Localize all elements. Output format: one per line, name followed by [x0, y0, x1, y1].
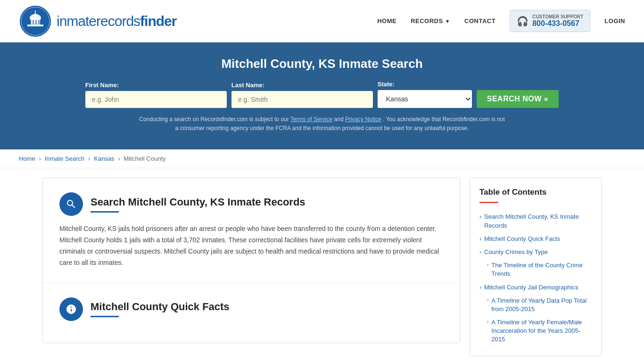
toc-link-6: A Timeline of Yearly Female/Male Incarce…	[491, 318, 592, 344]
section1-title-wrap: Search Mitchell County, KS Inmate Record…	[91, 196, 305, 213]
nav-login[interactable]: LOGIN	[604, 17, 625, 25]
terms-of-service-link[interactable]: Terms of Service	[290, 116, 332, 123]
state-label: State:	[378, 81, 395, 88]
svg-rect-5	[30, 20, 31, 25]
breadcrumb-current: Mitchell County	[124, 155, 166, 162]
section1-header: Search Mitchell County, KS Inmate Record…	[59, 192, 443, 216]
chevron-down-icon: ▼	[445, 18, 450, 24]
info-icon	[66, 304, 77, 315]
nav-home[interactable]: HOME	[377, 17, 396, 25]
section2-title: Mitchell County Quick Facts	[91, 301, 230, 313]
svg-point-9	[33, 14, 38, 16]
hero-section: Mitchell County, KS Inmate Search First …	[0, 42, 644, 149]
support-label: CUSTOMER SUPPORT	[532, 14, 583, 19]
first-name-group: First Name:	[85, 82, 227, 108]
headset-icon: 🎧	[517, 16, 528, 27]
first-name-input[interactable]	[85, 91, 227, 108]
svg-rect-8	[38, 20, 40, 25]
toc-link-0: Search Mitchell County, KS Inmate Record…	[484, 213, 592, 230]
logo-text: inmaterecordsfinder	[57, 13, 176, 29]
customer-support-box: 🎧 CUSTOMER SUPPORT 800-433-0567	[510, 10, 590, 32]
logo[interactable]: inmaterecordsfinder	[19, 5, 176, 38]
disclaimer-text: Conducting a search on Recordsfinder.com…	[138, 115, 506, 133]
svg-rect-7	[35, 20, 37, 25]
toc-link-3: The Timeline of the County Crime Trends	[491, 261, 592, 278]
logo-normal-text: inmaterecords	[57, 13, 140, 29]
toc-chevron-6: ›	[487, 319, 488, 324]
sidebar: Table of Contents › Search Mitchell Coun…	[470, 178, 602, 356]
breadcrumb-sep-2: ›	[88, 156, 90, 162]
section1-title: Search Mitchell County, KS Inmate Record…	[91, 196, 305, 208]
toc-link-2: County Crimes by Type	[484, 248, 548, 256]
content-section-quickfacts: Mitchell County Quick Facts	[43, 283, 460, 343]
toc-item-5[interactable]: › A Timeline of Yearly Data Pop Total fr…	[479, 294, 592, 316]
toc-item-6[interactable]: › A Timeline of Yearly Female/Male Incar…	[479, 316, 592, 346]
toc-list: › Search Mitchell County, KS Inmate Reco…	[479, 210, 592, 346]
search-icon-circle	[59, 192, 83, 216]
toc-item-0[interactable]: › Search Mitchell County, KS Inmate Reco…	[479, 210, 592, 232]
info-icon-circle	[59, 297, 83, 321]
section2-underline	[91, 316, 119, 317]
content-section-search: Search Mitchell County, KS Inmate Record…	[43, 178, 460, 283]
nav-records-label: RECORDS	[411, 17, 443, 25]
site-header: inmaterecordsfinder HOME RECORDS ▼ CONTA…	[0, 0, 644, 42]
section2-header: Mitchell County Quick Facts	[59, 297, 443, 321]
toc-title: Table of Contents	[479, 188, 592, 197]
last-name-label: Last Name:	[231, 82, 264, 89]
logo-icon	[19, 5, 52, 38]
breadcrumb: Home › Inmate Search › Kansas › Mitchell…	[0, 149, 644, 168]
toc-chevron-1: ›	[479, 236, 481, 242]
toc-chevron-3: ›	[487, 262, 488, 267]
toc-chevron-4: ›	[479, 284, 481, 291]
toc-underline	[479, 202, 498, 203]
section1-underline	[91, 211, 119, 213]
toc-chevron-2: ›	[479, 249, 481, 255]
breadcrumb-kansas[interactable]: Kansas	[94, 155, 114, 162]
main-container: Search Mitchell County, KS Inmate Record…	[24, 178, 620, 356]
toc-item-3[interactable]: › The Timeline of the County Crime Trend…	[479, 259, 592, 280]
last-name-input[interactable]	[231, 91, 373, 108]
last-name-group: Last Name:	[231, 82, 373, 108]
svg-rect-6	[33, 20, 34, 25]
toc-chevron-5: ›	[487, 297, 488, 303]
breadcrumb-sep-1: ›	[39, 156, 41, 162]
search-form: First Name: Last Name: State: Kansas SEA…	[19, 81, 625, 108]
section1-body: Mitchell County, KS jails hold prisoners…	[59, 223, 443, 268]
logo-bold-text: finder	[140, 13, 176, 29]
toc-chevron-0: ›	[479, 214, 481, 220]
toc-item-4[interactable]: › Mitchell County Jail Demographics	[479, 281, 592, 294]
section2-title-wrap: Mitchell County Quick Facts	[91, 301, 230, 317]
breadcrumb-sep-3: ›	[118, 156, 120, 162]
toc-item-2[interactable]: › County Crimes by Type	[479, 246, 592, 259]
nav-contact[interactable]: CONTACT	[464, 17, 495, 25]
breadcrumb-home[interactable]: Home	[19, 155, 35, 162]
toc-link-1: Mitchell County Quick Facts	[484, 235, 560, 243]
first-name-label: First Name:	[85, 82, 119, 89]
page-title: Mitchell County, KS Inmate Search	[19, 57, 625, 71]
search-icon	[66, 198, 77, 210]
state-select[interactable]: Kansas	[378, 90, 472, 108]
main-nav: HOME RECORDS ▼ CONTACT 🎧 CUSTOMER SUPPOR…	[377, 10, 625, 32]
search-button[interactable]: SEARCH NOW »	[477, 90, 559, 108]
nav-records[interactable]: RECORDS ▼	[411, 17, 450, 25]
toc-item-1[interactable]: › Mitchell County Quick Facts	[479, 232, 592, 246]
privacy-notice-link[interactable]: Privacy Notice	[345, 116, 381, 123]
state-group: State: Kansas	[378, 81, 472, 108]
content-area: Search Mitchell County, KS Inmate Record…	[42, 178, 460, 343]
breadcrumb-inmate-search[interactable]: Inmate Search	[45, 155, 85, 162]
support-info: CUSTOMER SUPPORT 800-433-0567	[532, 14, 583, 28]
support-phone: 800-433-0567	[532, 19, 583, 28]
toc-link-4: Mitchell County Jail Demographics	[484, 283, 578, 292]
toc-link-5: A Timeline of Yearly Data Pop Total from…	[491, 296, 592, 313]
svg-rect-4	[27, 25, 43, 26]
